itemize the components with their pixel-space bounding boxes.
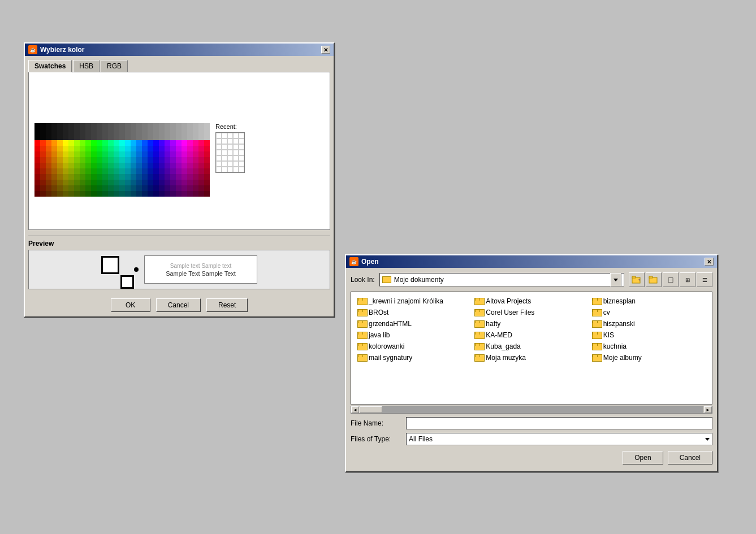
swatch-cell[interactable] [159,174,165,180]
swatch-cell[interactable] [80,123,85,129]
swatch-cell[interactable] [187,157,193,163]
swatch-cell[interactable] [80,180,85,185]
file-item[interactable]: cv [590,308,707,317]
swatch-cell[interactable] [46,129,51,134]
swatch-cell[interactable] [165,163,170,168]
scroll-thumb[interactable] [360,406,382,413]
swatch-cell[interactable] [176,151,182,157]
swatch-cell[interactable] [159,134,165,140]
swatch-cell[interactable] [91,157,97,163]
swatch-cell[interactable] [85,174,91,180]
swatch-cell[interactable] [34,151,40,157]
swatch-cell[interactable] [198,151,204,157]
swatch-cell[interactable] [97,140,102,146]
swatch-cell[interactable] [170,191,176,197]
swatch-cell[interactable] [193,140,198,146]
recent-cell[interactable] [222,155,227,161]
swatch-cell[interactable] [182,134,187,140]
swatch-cell[interactable] [102,168,108,174]
swatch-cell[interactable] [136,157,142,163]
swatch-cell[interactable] [108,168,114,174]
swatch-cell[interactable] [57,191,63,197]
swatch-cell[interactable] [198,157,204,163]
swatch-cell[interactable] [148,185,153,191]
swatch-cell[interactable] [136,134,142,140]
recent-cell[interactable] [227,150,233,155]
swatch-cell[interactable] [148,123,153,129]
swatch-cell[interactable] [165,157,170,163]
swatch-cell[interactable] [74,123,80,129]
swatch-cell[interactable] [170,151,176,157]
swatch-cell[interactable] [114,134,119,140]
recent-cell[interactable] [233,161,239,167]
file-name-input[interactable] [406,417,712,429]
swatch-cell[interactable] [204,151,210,157]
swatch-cell[interactable] [57,185,63,191]
look-in-dropdown[interactable]: Moje dokumenty [379,273,624,286]
swatch-cell[interactable] [198,134,204,140]
swatch-cell[interactable] [170,180,176,185]
swatch-cell[interactable] [142,180,148,185]
swatch-cell[interactable] [74,157,80,163]
swatch-cell[interactable] [125,174,131,180]
swatch-cell[interactable] [165,168,170,174]
swatch-cell[interactable] [34,174,40,180]
swatch-cell[interactable] [91,180,97,185]
swatch-cell[interactable] [142,140,148,146]
swatch-cell[interactable] [97,163,102,168]
swatch-cell[interactable] [46,140,51,146]
swatch-cell[interactable] [176,134,182,140]
swatch-cell[interactable] [40,174,46,180]
swatch-cell[interactable] [57,157,63,163]
swatch-cell[interactable] [74,129,80,134]
file-item[interactable]: Moja muzyka [473,353,590,362]
swatch-cell[interactable] [68,123,74,129]
swatch-cell[interactable] [142,163,148,168]
swatch-cell[interactable] [125,185,131,191]
swatch-cell[interactable] [80,185,85,191]
swatch-cell[interactable] [142,146,148,151]
swatch-cell[interactable] [153,140,159,146]
scroll-right-button[interactable]: ► [704,406,712,413]
swatch-cell[interactable] [159,168,165,174]
swatch-cell[interactable] [153,123,159,129]
swatch-cell[interactable] [148,151,153,157]
swatch-cell[interactable] [51,140,57,146]
look-in-dropdown-arrow[interactable] [610,273,621,286]
swatch-cell[interactable] [34,123,40,129]
swatch-cell[interactable] [80,146,85,151]
swatch-cell[interactable] [165,129,170,134]
swatch-cell[interactable] [204,157,210,163]
swatch-cell[interactable] [187,140,193,146]
recent-cell[interactable] [222,133,227,138]
swatch-cell[interactable] [193,129,198,134]
swatch-cell[interactable] [193,168,198,174]
file-item[interactable]: Altova Projects [473,297,590,306]
swatch-cell[interactable] [68,146,74,151]
swatch-cell[interactable] [193,157,198,163]
swatch-cell[interactable] [170,185,176,191]
swatch-cell[interactable] [176,157,182,163]
swatch-cell[interactable] [136,146,142,151]
swatch-cell[interactable] [114,180,119,185]
swatch-cell[interactable] [46,157,51,163]
swatch-cell[interactable] [34,129,40,134]
swatch-cell[interactable] [91,174,97,180]
file-browser[interactable]: _krewni i znajomi KrólikaAltova Projects… [351,292,712,405]
swatch-cell[interactable] [125,146,131,151]
swatch-cell[interactable] [51,134,57,140]
swatch-cell[interactable] [74,151,80,157]
swatch-cell[interactable] [114,174,119,180]
swatch-cell[interactable] [119,151,125,157]
swatch-cell[interactable] [165,174,170,180]
swatch-cell[interactable] [159,146,165,151]
swatch-cell[interactable] [57,151,63,157]
swatch-cell[interactable] [46,174,51,180]
swatch-cell[interactable] [176,168,182,174]
recent-cell[interactable] [233,155,239,161]
tab-hsb[interactable]: HSB [73,60,100,72]
recent-cell[interactable] [216,138,222,144]
swatch-cell[interactable] [193,123,198,129]
recent-cell[interactable] [227,167,233,172]
swatch-cell[interactable] [97,185,102,191]
